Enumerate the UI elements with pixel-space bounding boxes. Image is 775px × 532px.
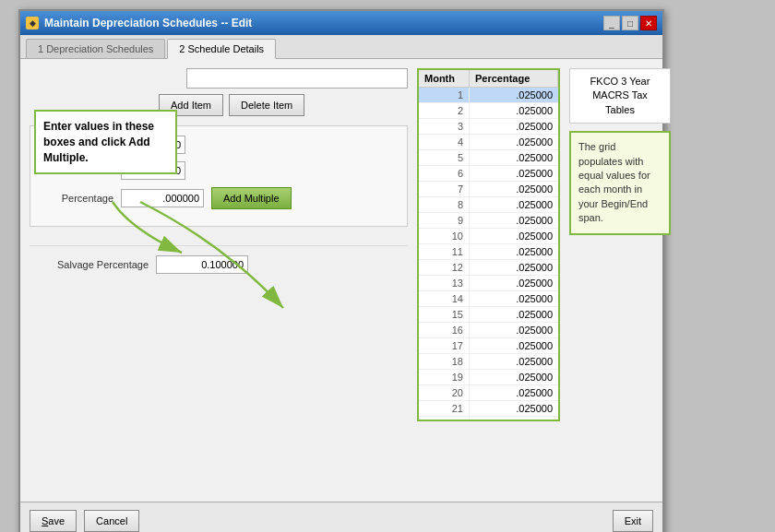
month-cell: 19 — [419, 370, 470, 384]
title-bar: ◆ Maintain Depreciation Schedules -- Edi… — [20, 11, 662, 35]
minimize-button[interactable]: _ — [603, 16, 620, 30]
pct-cell: .025000 — [470, 401, 558, 416]
month-cell: 20 — [419, 385, 470, 400]
grid-row[interactable]: 3 .025000 — [419, 119, 558, 135]
tab-bar: 1 Depreciation Schedules 2 Schedule Deta… — [20, 35, 662, 59]
pct-cell: .025000 — [470, 385, 558, 400]
grid-row[interactable]: 6 .025000 — [419, 166, 558, 182]
grid-row[interactable]: 8 .025000 — [419, 197, 558, 213]
grid-row[interactable]: 1 .025000 — [419, 88, 558, 103]
pct-cell: .025000 — [470, 103, 558, 118]
pct-cell: .025000 — [470, 307, 558, 322]
pct-cell: .025000 — [470, 213, 558, 228]
grid-row[interactable]: 5 .025000 — [419, 150, 558, 166]
salvage-section: Salvage Percentage — [30, 245, 408, 274]
grid-row[interactable]: 12 .025000 — [419, 260, 558, 276]
delete-item-button[interactable]: Delete Item — [229, 94, 304, 116]
annotation-enter-values: Enter values in these boxes and click Ad… — [34, 110, 177, 174]
grid-row[interactable]: 15 .025000 — [419, 307, 558, 323]
grid-row[interactable]: 21 .025000 — [419, 401, 558, 417]
pct-cell: .025000 — [470, 119, 558, 134]
month-cell: 3 — [419, 119, 470, 134]
grid-row[interactable]: 13 .025000 — [419, 276, 558, 291]
percentage-label: Percentage — [40, 193, 113, 204]
pct-cell: .025000 — [470, 417, 558, 420]
save-label: Save — [42, 515, 65, 526]
pct-cell: .025000 — [470, 88, 558, 102]
pct-cell: .025000 — [470, 260, 558, 275]
pct-cell: .025000 — [470, 291, 558, 306]
pct-cell: .025000 — [470, 370, 558, 384]
pct-cell: .025000 — [470, 150, 558, 165]
salvage-label: Salvage Percentage — [57, 259, 149, 270]
month-cell: 2 — [419, 103, 470, 118]
percentage-row: Percentage Add Multiple — [40, 187, 398, 209]
grid-row[interactable]: 2 .025000 — [419, 103, 558, 119]
fkco-line3: Tables — [576, 103, 664, 117]
add-multiple-button[interactable]: Add Multiple — [211, 187, 292, 209]
month-cell: 4 — [419, 135, 470, 149]
month-cell: 9 — [419, 213, 470, 228]
percentage-header: Percentage — [470, 70, 558, 87]
grid-scroll[interactable]: 1 .025000 2 .025000 3 .025000 4 .025000 … — [419, 88, 558, 420]
close-button[interactable]: ✕ — [640, 16, 657, 30]
month-cell: 11 — [419, 244, 470, 259]
pct-cell: .025000 — [470, 182, 558, 196]
pct-cell: .025000 — [470, 166, 558, 181]
pct-cell: .025000 — [470, 229, 558, 243]
window-title: Maintain Depreciation Schedules -- Edit — [44, 17, 252, 30]
month-cell: 18 — [419, 354, 470, 369]
month-cell: 5 — [419, 150, 470, 165]
pct-cell: .025000 — [470, 323, 558, 337]
salvage-row: Salvage Percentage — [30, 255, 408, 274]
exit-label: Exit — [625, 515, 641, 526]
grid-row[interactable]: 11 .025000 — [419, 244, 558, 260]
month-cell: 17 — [419, 338, 470, 353]
save-button[interactable]: Save — [30, 510, 77, 532]
info-panel: FKCO 3 Year MACRS Tax Tables The grid po… — [569, 68, 671, 421]
month-percentage-grid: Month Percentage 1 .025000 2 .025000 3 .… — [417, 68, 560, 421]
pct-cell: .025000 — [470, 244, 558, 259]
fkco-box: FKCO 3 Year MACRS Tax Tables — [569, 68, 671, 124]
month-cell: 21 — [419, 401, 470, 416]
month-header: Month — [419, 70, 470, 87]
tab-schedule-details[interactable]: 2 Schedule Details — [167, 39, 276, 59]
item-buttons: Add Item Delete Item — [159, 94, 408, 116]
month-cell: 10 — [419, 229, 470, 243]
bottom-bar: Save Cancel Exit — [20, 502, 662, 532]
tooltip-text: The grid populates with equal values for… — [578, 141, 650, 223]
month-cell: 1 — [419, 88, 470, 102]
grid-row[interactable]: 9 .025000 — [419, 213, 558, 229]
month-cell: 6 — [419, 166, 470, 181]
footer-left-buttons: Save Cancel — [30, 510, 139, 532]
grid-row[interactable]: 7 .025000 — [419, 182, 558, 197]
main-window: ◆ Maintain Depreciation Schedules -- Edi… — [18, 9, 664, 532]
grid-row[interactable]: 18 .025000 — [419, 354, 558, 370]
cancel-button[interactable]: Cancel — [84, 510, 139, 532]
grid-row[interactable]: 10 .025000 — [419, 229, 558, 244]
name-field[interactable] — [186, 68, 408, 89]
pct-cell: .025000 — [470, 135, 558, 149]
tab-depreciation-schedules[interactable]: 1 Depreciation Schedules — [26, 39, 165, 58]
grid-row[interactable]: 16 .025000 — [419, 323, 558, 338]
exit-button[interactable]: Exit — [613, 510, 653, 532]
salvage-input[interactable] — [156, 255, 248, 274]
month-cell: 8 — [419, 197, 470, 212]
month-cell: 13 — [419, 276, 470, 290]
fkco-line2: MACRS Tax — [576, 89, 664, 102]
percentage-input[interactable] — [121, 189, 204, 207]
month-cell: 14 — [419, 291, 470, 306]
grid-row[interactable]: 4 .025000 — [419, 135, 558, 150]
pct-cell: .025000 — [470, 276, 558, 290]
grid-row[interactable]: 22 .025000 — [419, 417, 558, 420]
window-icon: ◆ — [26, 17, 39, 30]
month-cell: 15 — [419, 307, 470, 322]
tooltip-box: The grid populates with equal values for… — [569, 131, 671, 234]
cancel-label: Cancel — [96, 515, 127, 526]
grid-row[interactable]: 20 .025000 — [419, 385, 558, 401]
grid-row[interactable]: 19 .025000 — [419, 370, 558, 385]
grid-row[interactable]: 17 .025000 — [419, 338, 558, 354]
month-cell: 7 — [419, 182, 470, 196]
grid-row[interactable]: 14 .025000 — [419, 291, 558, 307]
maximize-button[interactable]: □ — [622, 16, 638, 30]
